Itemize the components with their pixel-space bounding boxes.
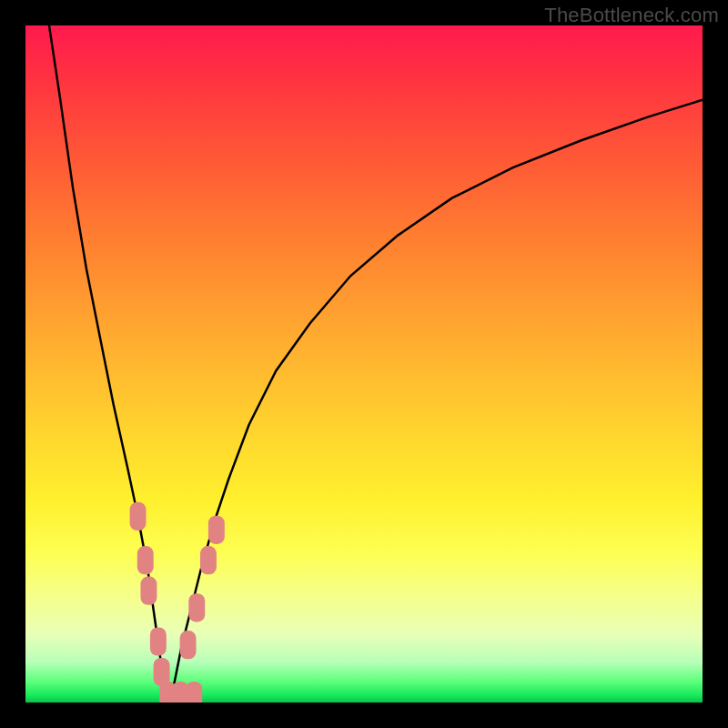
data-marker xyxy=(130,502,147,531)
data-marker xyxy=(200,546,217,574)
data-marker xyxy=(141,577,157,605)
data-marker xyxy=(180,631,197,659)
data-marker xyxy=(150,627,167,655)
watermark-text: TheBottleneck.com xyxy=(544,4,719,27)
data-marker xyxy=(188,593,205,622)
chart-frame: TheBottleneck.com xyxy=(0,0,728,728)
chart-svg xyxy=(25,25,703,703)
data-marker xyxy=(137,546,154,574)
data-marker xyxy=(186,682,202,703)
data-marker xyxy=(208,516,225,544)
plot-area xyxy=(25,25,703,703)
